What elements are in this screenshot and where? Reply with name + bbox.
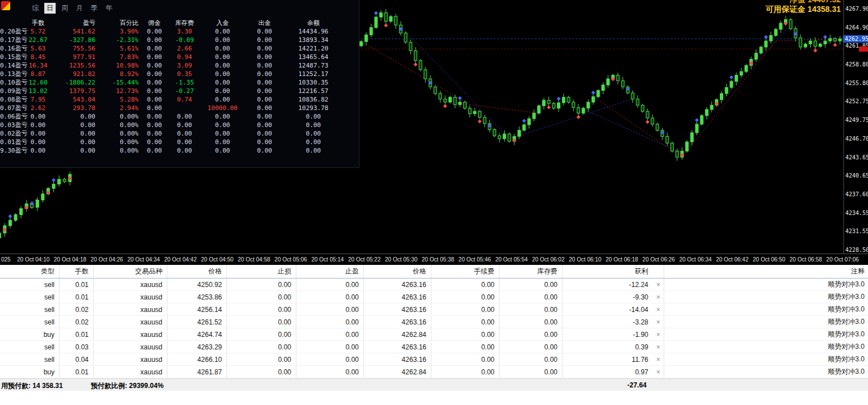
positions-col-header[interactable]: 注释 — [664, 265, 868, 278]
positions-col-header[interactable]: 获利 — [563, 265, 653, 278]
position-tp: 0.00 — [296, 291, 364, 303]
position-tp: 0.00 — [296, 279, 364, 290]
time-axis-label: 20 Oct 05:06 — [275, 256, 307, 263]
period-tab-2[interactable]: 日 — [44, 3, 56, 14]
summary-cell: 0.00 — [201, 147, 244, 154]
close-position-icon[interactable]: × — [653, 353, 664, 365]
summary-cell: 0.00% — [98, 138, 141, 146]
summary-cell: 5.61% — [98, 45, 141, 52]
summary-cell: 14434.96 — [285, 28, 342, 35]
summary-row-label: 0.09盈亏 — [0, 87, 27, 95]
summary-cell: 0.00 — [285, 130, 342, 137]
summary-cell: 10836.82 — [285, 96, 342, 103]
positions-col-header[interactable]: 手续费 — [431, 265, 500, 278]
price-axis-label: 4258.80 — [845, 61, 868, 68]
price-axis-label: 4234.55 — [845, 210, 868, 216]
summary-cell: 0.00% — [98, 121, 141, 129]
summary-cell: 0.00 — [141, 70, 168, 78]
positions-col-header[interactable]: 库存费 — [500, 265, 563, 278]
position-row[interactable]: buy0.01xauusd4261.870.000.004262.840.000… — [0, 366, 868, 378]
summary-cell: 0.35 — [168, 70, 201, 78]
close-position-icon[interactable]: × — [653, 279, 664, 290]
position-row[interactable]: sell0.01xauusd4253.860.000.004263.160.00… — [0, 291, 868, 303]
summary-cell: 1235.56 — [49, 62, 98, 69]
summary-cell: 10000.00 — [201, 104, 244, 112]
position-profit: -12.24 — [563, 279, 653, 290]
summary-cell: 5.28% — [98, 96, 141, 103]
position-row[interactable]: sell0.03xauusd4263.290.000.004263.160.00… — [0, 341, 868, 353]
position-sl: 0.00 — [227, 303, 296, 315]
price-axis-label: 4249.75 — [845, 117, 868, 123]
positions-col-header[interactable]: 类型 — [0, 265, 60, 278]
position-sl: 0.00 — [227, 341, 296, 353]
position-lots: 0.04 — [60, 353, 94, 365]
summary-cell: 0.00 — [244, 45, 285, 52]
summary-cell: -0.09 — [168, 36, 201, 44]
price-axis-label: 4252.75 — [845, 98, 868, 104]
position-type: sell — [0, 316, 60, 328]
position-price_cur: 4263.16 — [364, 341, 431, 353]
time-axis-label: 20 Oct 06:02 — [532, 256, 564, 263]
price-axis[interactable]: 4267.904264.904261.854258.804255.804252.… — [843, 0, 868, 254]
summary-cell: 0.00% — [98, 130, 141, 137]
positions-col-header[interactable]: 交易品种 — [94, 265, 167, 278]
summary-cell: 0.00 — [141, 62, 168, 69]
summary-cell: 0.00 — [141, 138, 168, 146]
position-sl: 0.00 — [227, 279, 296, 290]
summary-row-label: 0.01盈亏 — [0, 138, 27, 146]
positions-col-header[interactable]: 价格 — [364, 265, 431, 278]
position-lots: 0.03 — [60, 341, 94, 353]
summary-cell: 0.00 — [244, 104, 285, 112]
summary-cell: 12487.73 — [285, 62, 342, 69]
position-row[interactable]: buy0.01xauusd4264.740.000.004262.840.000… — [0, 328, 868, 341]
summary-row-label: 0.14盈亏 — [0, 61, 27, 70]
positions-col-header[interactable]: 止损 — [227, 265, 296, 278]
position-fee: 0.00 — [431, 341, 500, 353]
summary-cell: 3.90% — [98, 28, 141, 35]
position-fee: 0.00 — [431, 328, 500, 340]
period-tab-6[interactable]: 年 — [103, 3, 115, 14]
position-swap: 0.00 — [500, 353, 563, 365]
summary-cell: 0.00 — [141, 87, 168, 95]
period-tab-4[interactable]: 月 — [74, 3, 85, 14]
position-symbol: xauusd — [94, 303, 167, 315]
position-comment: 顺势对冲3.0 — [664, 303, 868, 315]
summary-row-label: 0.20盈亏 — [0, 27, 27, 36]
position-swap: 0.00 — [500, 303, 563, 315]
close-position-icon[interactable]: × — [653, 316, 664, 328]
positions-col-header[interactable]: 止盈 — [296, 265, 364, 278]
summary-cell: 0.00 — [168, 138, 201, 146]
time-axis[interactable]: 02520 Oct 04:1020 Oct 04:1820 Oct 04:262… — [0, 254, 868, 265]
position-symbol: xauusd — [94, 279, 167, 290]
close-position-icon[interactable]: × — [653, 303, 664, 315]
summary-cell: -1.35 — [168, 79, 201, 86]
period-tab-1[interactable]: 综 — [30, 3, 41, 14]
position-type: sell — [0, 291, 60, 303]
position-swap: 0.00 — [500, 366, 563, 378]
position-comment: 顺势对冲3.0 — [664, 316, 868, 328]
close-position-icon[interactable]: × — [653, 328, 664, 340]
close-position-icon[interactable]: × — [653, 341, 664, 353]
position-row[interactable]: sell0.02xauusd4261.520.000.004263.160.00… — [0, 316, 868, 328]
summary-cell: 0.94 — [168, 53, 201, 61]
used-margin-text: 用预付款: 14 358.31 — [1, 381, 63, 391]
summary-cell: 0.00 — [141, 104, 168, 112]
position-row[interactable]: sell0.04xauusd4266.100.000.004263.160.00… — [0, 353, 868, 366]
period-tab-3[interactable]: 周 — [59, 3, 70, 14]
summary-cell: 0.00 — [141, 147, 168, 154]
summary-row-label: 0.17盈亏 — [0, 36, 27, 44]
summary-row-label: 0.06盈亏 — [0, 112, 27, 121]
summary-cell: -1886.22 — [49, 79, 98, 86]
position-row[interactable]: sell0.01xauusd4250.920.000.004263.160.00… — [0, 279, 868, 291]
summary-row: 0.14盈亏16.341235.5610.98%0.003.090.000.00… — [0, 61, 359, 70]
summary-col-header: 盈亏 — [49, 19, 98, 27]
close-position-icon[interactable]: × — [653, 291, 664, 303]
position-symbol: xauusd — [94, 316, 167, 328]
close-position-icon[interactable]: × — [653, 366, 664, 378]
price-axis-label: 4267.90 — [845, 6, 868, 12]
position-row[interactable]: sell0.02xauusd4256.140.000.004263.160.00… — [0, 303, 868, 316]
positions-col-header[interactable]: 手数 — [60, 265, 94, 278]
position-fee: 0.00 — [431, 279, 500, 290]
positions-col-header[interactable]: 价格 — [167, 265, 227, 278]
period-tab-5[interactable]: 季 — [89, 3, 100, 14]
